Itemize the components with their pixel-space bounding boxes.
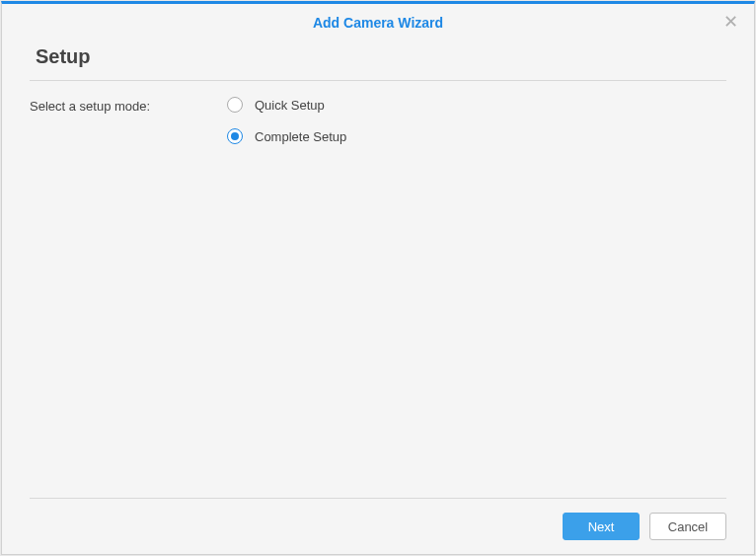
radio-label: Quick Setup bbox=[255, 98, 325, 113]
setup-mode-label: Select a setup mode: bbox=[30, 97, 227, 114]
dialog-header: Add Camera Wizard ✕ bbox=[2, 4, 754, 40]
radio-icon bbox=[227, 97, 243, 113]
add-camera-wizard-dialog: Add Camera Wizard ✕ Setup Select a setup… bbox=[1, 1, 755, 555]
radio-icon bbox=[227, 128, 243, 144]
radio-quick-setup[interactable]: Quick Setup bbox=[227, 97, 346, 113]
cancel-button[interactable]: Cancel bbox=[649, 513, 726, 540]
next-button[interactable]: Next bbox=[563, 513, 640, 540]
radio-label: Complete Setup bbox=[255, 129, 346, 144]
page-title: Setup bbox=[30, 45, 726, 81]
dialog-body: Setup Select a setup mode: Quick Setup C… bbox=[2, 40, 754, 498]
dialog-footer: Next Cancel bbox=[30, 498, 726, 554]
setup-mode-row: Select a setup mode: Quick Setup Complet… bbox=[30, 97, 726, 144]
close-icon[interactable]: ✕ bbox=[723, 13, 738, 31]
dialog-title: Add Camera Wizard bbox=[313, 15, 443, 31]
setup-mode-options: Quick Setup Complete Setup bbox=[227, 97, 346, 144]
radio-complete-setup[interactable]: Complete Setup bbox=[227, 128, 346, 144]
